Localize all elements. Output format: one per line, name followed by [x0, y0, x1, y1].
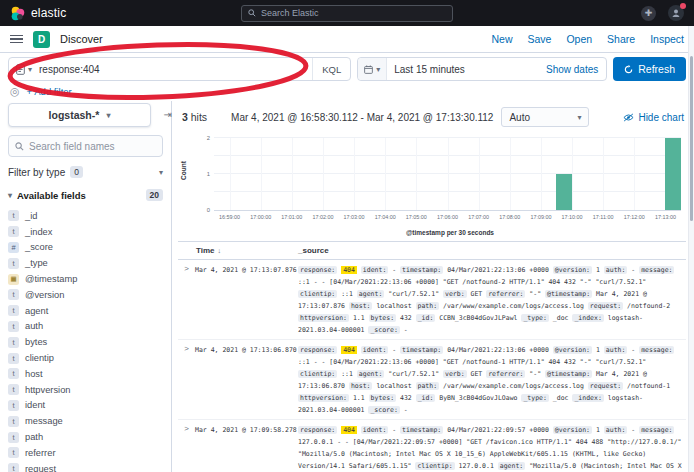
source-key: @version:: [553, 346, 592, 354]
available-fields-header[interactable]: ▾ Available fields 20: [8, 185, 163, 208]
histogram-bar-17:09:30[interactable]: [556, 174, 572, 210]
show-dates-button[interactable]: Show dates: [538, 64, 606, 75]
source-key: auth:: [604, 426, 628, 434]
field-search-input[interactable]: Search field names: [8, 135, 163, 157]
source-value: -: [631, 346, 635, 354]
date-field-icon: ▦: [8, 274, 19, 285]
nav-action-open[interactable]: Open: [566, 33, 592, 45]
discover-app-badge[interactable]: D: [33, 31, 50, 48]
x-tick-label: 17:13:00: [655, 214, 676, 220]
field-name: message: [25, 416, 63, 426]
nav-action-share[interactable]: Share: [607, 33, 635, 45]
field-item-_type[interactable]: t_type: [8, 255, 163, 271]
string-field-icon: t: [8, 416, 19, 427]
scrollbar-thumb[interactable]: [690, 56, 693, 221]
field-name: _type: [25, 258, 48, 268]
field-item-request[interactable]: trequest: [8, 461, 163, 472]
field-item-host[interactable]: thost: [8, 366, 163, 382]
field-name: @version: [25, 290, 64, 300]
x-tick-label: 17:11:00: [593, 214, 614, 220]
user-icon: [671, 8, 681, 18]
hide-chart-button[interactable]: Hide chart: [623, 112, 684, 123]
source-key: message:: [639, 426, 674, 434]
chevron-down-icon: ▾: [8, 191, 12, 200]
source-value: ::1: [341, 370, 353, 378]
menu-icon[interactable]: [10, 35, 23, 44]
field-item-bytes[interactable]: tbytes: [8, 334, 163, 350]
notification-dot: [680, 3, 686, 9]
source-value: -: [392, 426, 396, 434]
field-item-_id[interactable]: t_id: [8, 208, 163, 224]
field-item-clientip[interactable]: tclientip: [8, 350, 163, 366]
field-name: auth: [25, 321, 43, 331]
source-value: "-": [529, 370, 541, 378]
nav-action-inspect[interactable]: Inspect: [650, 33, 684, 45]
source-key: _score:: [368, 406, 399, 414]
field-item-ident[interactable]: tident: [8, 398, 163, 414]
add-filter-button[interactable]: + Add filter: [27, 86, 72, 97]
source-key: _index:: [572, 394, 603, 402]
scrollbar[interactable]: [688, 26, 694, 472]
field-item-_index[interactable]: t_index: [8, 224, 163, 240]
collapse-sidebar-icon[interactable]: ⇥: [164, 109, 172, 120]
chevron-down-icon: ▾: [577, 113, 581, 122]
field-item-path[interactable]: tpath: [8, 429, 163, 445]
source-value: 432: [400, 314, 412, 322]
gridline: [634, 138, 635, 210]
fields-sidebar: logstash-* ▾ ⇥ Search field names Filter…: [0, 101, 172, 472]
expand-row-icon[interactable]: >: [178, 344, 195, 416]
nav-action-new[interactable]: New: [491, 33, 512, 45]
query-language-button[interactable]: KQL: [312, 58, 350, 80]
highlighted-value: 404: [341, 346, 357, 354]
expand-row-icon[interactable]: >: [178, 264, 195, 336]
nav-action-save[interactable]: Save: [527, 33, 551, 45]
chevron-down-icon: ▾: [159, 168, 163, 177]
filter-by-type-button[interactable]: Filter by type 0 ▾: [8, 165, 163, 185]
gridline: [603, 138, 604, 210]
x-tick-label: 17:10:00: [562, 214, 583, 220]
string-field-icon: t: [8, 305, 19, 316]
highlighted-value: 404: [341, 266, 357, 274]
x-tick-label: 17:03:00: [344, 214, 365, 220]
y-axis-title: Count: [180, 161, 187, 180]
string-field-icon: t: [8, 353, 19, 364]
index-pattern-select[interactable]: logstash-* ▾: [8, 103, 151, 127]
field-item-agent[interactable]: tagent: [8, 303, 163, 319]
time-range-value[interactable]: Last 15 minutes: [387, 64, 538, 75]
time-column-header[interactable]: Time ↓: [178, 246, 298, 255]
refresh-button[interactable]: Refresh: [613, 57, 686, 81]
quick-select-button[interactable]: ▾: [358, 58, 387, 80]
source-key: _score:: [368, 326, 399, 334]
gridline: [385, 138, 386, 210]
field-item-message[interactable]: tmessage: [8, 413, 163, 429]
field-item-auth[interactable]: tauth: [8, 319, 163, 335]
x-tick-label: 17:00:00: [250, 214, 271, 220]
histogram-bar-17:13:00[interactable]: [665, 138, 681, 210]
source-value: 04/Mar/2021:22:13:06 +0000: [447, 266, 549, 274]
user-avatar[interactable]: [668, 5, 684, 21]
query-input[interactable]: response:404: [39, 64, 312, 75]
field-item-referrer[interactable]: treferrer: [8, 445, 163, 461]
x-tick-label: 17:07:00: [468, 214, 489, 220]
source-value: -: [631, 266, 635, 274]
source-key: @version:: [553, 266, 592, 274]
filter-count-badge: 0: [70, 166, 83, 178]
source-value: -: [404, 326, 408, 334]
x-tick-label: 17:02:00: [312, 214, 333, 220]
filter-options-icon[interactable]: ◎: [10, 86, 20, 97]
expand-row-icon[interactable]: >: [178, 424, 195, 472]
saved-query-menu-button[interactable]: ▾: [9, 58, 39, 80]
interval-select[interactable]: Auto ▾: [501, 107, 589, 127]
source-value: 04/Mar/2021:22:13:06 +0000: [447, 346, 549, 354]
field-item-httpversion[interactable]: thttpversion: [8, 382, 163, 398]
field-item-_score[interactable]: #_score: [8, 240, 163, 256]
global-search-input[interactable]: Search Elastic: [241, 5, 453, 22]
field-item-@timestamp[interactable]: ▦@timestamp: [8, 271, 163, 287]
help-icon[interactable]: ✚: [641, 6, 656, 21]
source-key: _id:: [416, 314, 436, 322]
string-field-icon: t: [8, 226, 19, 237]
source-key: response:: [298, 346, 337, 354]
field-name: path: [25, 432, 43, 442]
field-item-@version[interactable]: t@version: [8, 287, 163, 303]
chart-plot-area: 01216:59:0017:00:0017:01:0017:02:0017:03…: [214, 138, 681, 211]
